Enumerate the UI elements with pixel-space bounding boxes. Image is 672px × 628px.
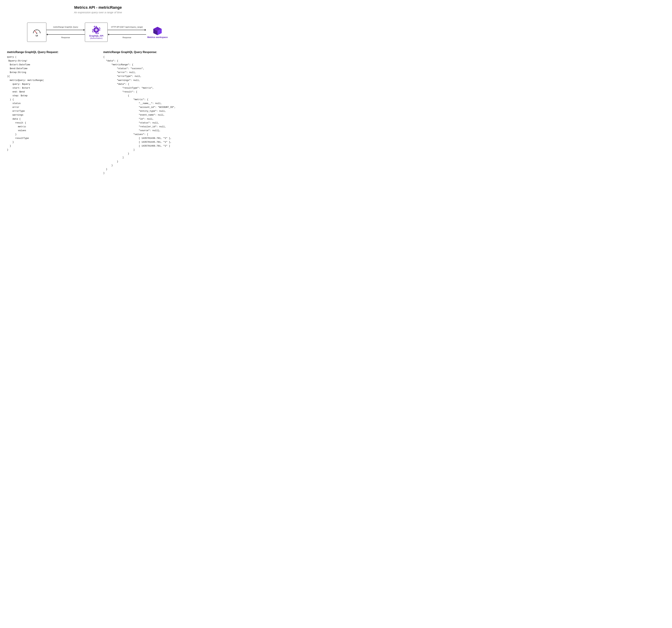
arrow-line-h-3: [107, 30, 145, 30]
arrow-line-h: [46, 30, 83, 30]
arrow-left: metricRange GraphQL Query Response: [46, 26, 85, 39]
arrow-right-top-line: [107, 28, 146, 31]
request-code: query ( $query:String! $start:DateTime $…: [7, 55, 93, 152]
graphql-node-sublabel: (Authorisation): [90, 37, 102, 39]
arrowhead-right-2: [145, 28, 146, 31]
content-sections: metricRange GraphQL Query Request: query…: [7, 51, 189, 175]
svg-point-8: [96, 29, 97, 31]
page-subtitle: An expression query over a range of time: [7, 11, 189, 14]
arrow-right-top-label: HTTP API [GET /api/v1/query_range]: [107, 26, 146, 28]
response-title: metricRange GraphQL Query Response:: [103, 51, 189, 54]
arrowhead-right: [83, 28, 85, 31]
svg-point-4: [36, 33, 37, 34]
ui-node: UI: [27, 23, 46, 42]
response-code: { "data": { "metricRange": { "status": "…: [103, 55, 189, 175]
arrow-left-top-label: metricRange GraphQL Query: [46, 26, 85, 28]
arrow-line-h-4: [109, 34, 146, 35]
request-section: metricRange GraphQL Query Request: query…: [7, 51, 93, 152]
page-title: Metrics API - metricRange: [7, 5, 189, 10]
arrowhead-left: [46, 33, 48, 36]
response-section: metricRange GraphQL Query Response: { "d…: [103, 51, 189, 175]
request-title: metricRange GraphQL Query Request:: [7, 51, 93, 54]
arrow-line-h-2: [48, 34, 85, 35]
metrics-node-label: Metrics workspace: [147, 36, 168, 39]
arrow-right-bottom-label: Response: [107, 37, 146, 39]
metrics-workspace-icon: [152, 26, 162, 36]
graphql-node: GraphQL API (Authorisation): [85, 23, 107, 42]
arrow-left-bottom-label: Response: [46, 37, 85, 39]
gear-icon: [92, 25, 101, 34]
arrow-right-bottom-line: [107, 33, 146, 36]
metrics-node: Metrics workspace: [146, 23, 169, 42]
gauge-icon: [32, 28, 41, 34]
arrow-left-bottom-line: [46, 33, 85, 36]
arrow-left-top-line: [46, 28, 85, 31]
graphql-node-label: GraphQL API: [89, 34, 103, 37]
page-header: Metrics API - metricRange An expression …: [7, 5, 189, 14]
arrowhead-left-2: [107, 33, 109, 36]
architecture-diagram: UI metricRange GraphQL Query Response: [7, 23, 189, 42]
ui-node-label: UI: [36, 34, 38, 37]
arrow-right: HTTP API [GET /api/v1/query_range] Respo…: [107, 26, 146, 39]
